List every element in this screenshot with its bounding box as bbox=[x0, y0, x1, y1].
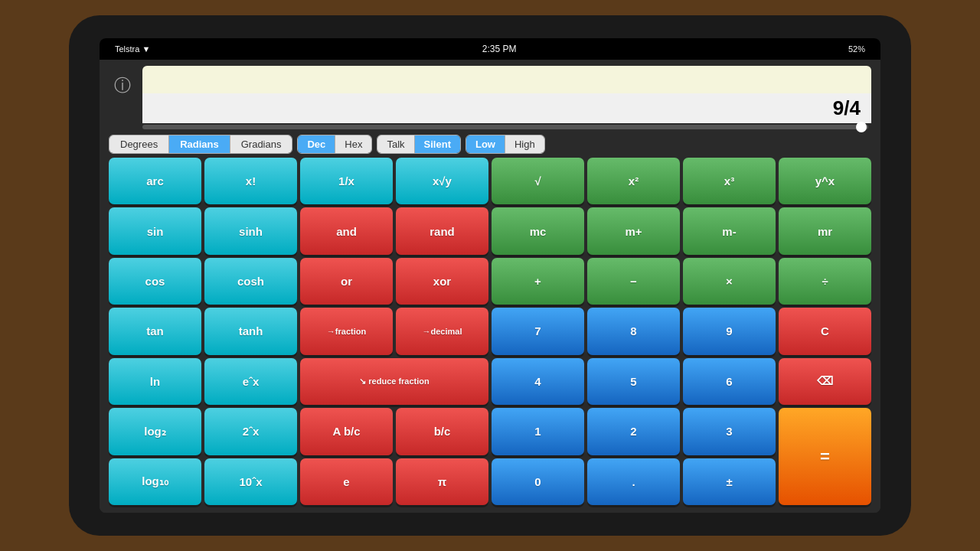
dot-button[interactable]: . bbox=[587, 458, 680, 505]
slider-thumb bbox=[856, 122, 867, 132]
speech-mode-group: Talk Silent bbox=[377, 135, 461, 154]
reducefrac-button[interactable]: ↘ reduce fraction bbox=[300, 358, 488, 405]
info-button[interactable]: ⓘ bbox=[109, 66, 136, 106]
bksp-button[interactable]: ⌫ bbox=[779, 358, 871, 405]
epowx-button[interactable]: eˆx bbox=[204, 358, 297, 405]
hex-button[interactable]: Hex bbox=[335, 135, 371, 153]
degrees-button[interactable]: Degrees bbox=[109, 135, 169, 153]
sinh-button[interactable]: sinh bbox=[204, 207, 297, 254]
talk-button[interactable]: Talk bbox=[377, 135, 414, 153]
multiply-button[interactable]: × bbox=[683, 258, 776, 305]
ln-button[interactable]: ln bbox=[109, 358, 201, 405]
six-button[interactable]: 6 bbox=[683, 358, 776, 405]
volume-mode-group: Low High bbox=[466, 135, 545, 154]
minus-button[interactable]: − bbox=[587, 258, 680, 305]
low-button[interactable]: Low bbox=[466, 135, 505, 153]
cos-button[interactable]: cos bbox=[109, 258, 201, 305]
mode-row: Degrees Radians Gradians Dec Hex Talk Si… bbox=[109, 135, 871, 154]
pi-button[interactable]: π bbox=[396, 458, 488, 505]
status-time: 2:35 PM bbox=[482, 44, 517, 54]
display-slider[interactable] bbox=[142, 125, 868, 129]
angle-mode-group: Degrees Radians Gradians bbox=[109, 135, 292, 154]
display-slider-row bbox=[142, 123, 871, 131]
mixedfrac-button[interactable]: A b/c bbox=[300, 408, 393, 455]
two-button[interactable]: 2 bbox=[587, 408, 680, 455]
gradians-button[interactable]: Gradians bbox=[230, 135, 292, 153]
xsq-button[interactable]: x² bbox=[587, 158, 680, 204]
display-result: 9/4 bbox=[142, 93, 871, 123]
one-button[interactable]: 1 bbox=[492, 408, 584, 455]
high-button[interactable]: High bbox=[505, 135, 544, 153]
plusminus-button[interactable]: ± bbox=[683, 458, 776, 505]
clear-button[interactable]: C bbox=[779, 308, 871, 354]
tofrac-button[interactable]: →fraction bbox=[300, 308, 393, 354]
three-button[interactable]: 3 bbox=[683, 408, 776, 455]
battery-text: 52% bbox=[848, 44, 865, 54]
e-button[interactable]: e bbox=[300, 458, 393, 505]
eight-button[interactable]: 8 bbox=[587, 308, 680, 354]
mr-button[interactable]: mr bbox=[779, 207, 871, 254]
ypowx-button[interactable]: y^x bbox=[779, 158, 871, 204]
four-button[interactable]: 4 bbox=[492, 358, 584, 405]
result-text: 9/4 bbox=[833, 96, 861, 120]
status-left: Telstra ▼ bbox=[115, 44, 150, 54]
display-main: 9/4 bbox=[142, 66, 871, 131]
equals-button[interactable]: = bbox=[779, 408, 871, 505]
divide-button[interactable]: ÷ bbox=[779, 258, 871, 305]
factorial-button[interactable]: x! bbox=[204, 158, 297, 204]
mminus-button[interactable]: m- bbox=[683, 207, 776, 254]
and-button[interactable]: and bbox=[300, 207, 393, 254]
tenpowx-button[interactable]: 10ˆx bbox=[204, 458, 297, 505]
number-mode-group: Dec Hex bbox=[297, 135, 372, 154]
or-button[interactable]: or bbox=[300, 258, 393, 305]
sqrt-button[interactable]: √ bbox=[492, 158, 584, 204]
zero-button[interactable]: 0 bbox=[492, 458, 584, 505]
rand-button[interactable]: rand bbox=[396, 207, 488, 254]
mplus-button[interactable]: m+ bbox=[587, 207, 680, 254]
nine-button[interactable]: 9 bbox=[683, 308, 776, 354]
silent-button[interactable]: Silent bbox=[415, 135, 460, 153]
mc-button[interactable]: mc bbox=[492, 207, 584, 254]
cosh-button[interactable]: cosh bbox=[204, 258, 297, 305]
status-right: 52% bbox=[848, 44, 865, 54]
arc-button[interactable]: arc bbox=[109, 158, 201, 204]
xrooty-button[interactable]: x√y bbox=[396, 158, 488, 204]
status-bar: Telstra ▼ 2:35 PM 52% bbox=[100, 38, 880, 60]
dec-button[interactable]: Dec bbox=[298, 135, 335, 153]
calc-body: ⓘ 9/4 Deg bbox=[100, 60, 880, 513]
frac-button[interactable]: b/c bbox=[396, 408, 488, 455]
plus-button[interactable]: + bbox=[492, 258, 584, 305]
xcube-button[interactable]: x³ bbox=[683, 158, 776, 204]
twopowx-button[interactable]: 2ˆx bbox=[204, 408, 297, 455]
seven-button[interactable]: 7 bbox=[492, 308, 584, 354]
display-input bbox=[142, 66, 871, 93]
log2-button[interactable]: log₂ bbox=[109, 408, 201, 455]
reciprocal-button[interactable]: 1/x bbox=[300, 158, 393, 204]
radians-button[interactable]: Radians bbox=[169, 135, 230, 153]
todec-button[interactable]: →decimal bbox=[396, 308, 488, 354]
tanh-button[interactable]: tanh bbox=[204, 308, 297, 354]
tablet-frame: Telstra ▼ 2:35 PM 52% ⓘ 9/4 bbox=[69, 15, 911, 536]
display-row: ⓘ 9/4 bbox=[109, 66, 871, 131]
tablet-screen: Telstra ▼ 2:35 PM 52% ⓘ 9/4 bbox=[100, 38, 880, 513]
tan-button[interactable]: tan bbox=[109, 308, 201, 354]
sin-button[interactable]: sin bbox=[109, 207, 201, 254]
button-grid: arcx!1/xx√y√x²x³y^xsinsinhandrandmcm+m-m… bbox=[109, 158, 871, 505]
five-button[interactable]: 5 bbox=[587, 358, 680, 405]
log10-button[interactable]: log₁₀ bbox=[109, 458, 201, 505]
xor-button[interactable]: xor bbox=[396, 258, 488, 305]
carrier-text: Telstra ▼ bbox=[115, 44, 150, 54]
